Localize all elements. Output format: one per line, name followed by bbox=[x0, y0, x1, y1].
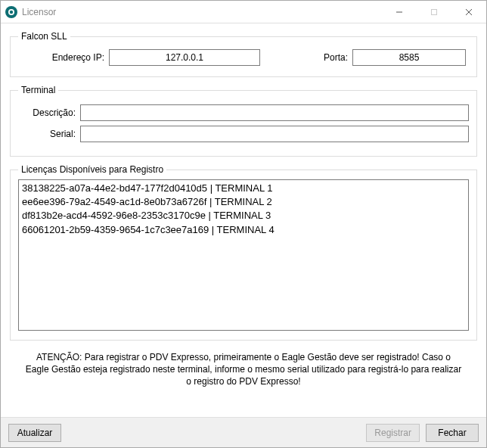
group-falcon: Falcon SLL Endereço IP: Porta: bbox=[10, 31, 477, 77]
input-descricao[interactable] bbox=[80, 104, 469, 121]
label-serial: Serial: bbox=[18, 129, 76, 139]
titlebar: Licensor bbox=[1, 1, 486, 23]
registrar-button: Registrar bbox=[366, 424, 420, 442]
maximize-button bbox=[417, 1, 451, 23]
client-area: Falcon SLL Endereço IP: Porta: Terminal … bbox=[1, 23, 486, 402]
svg-point-1 bbox=[10, 10, 13, 13]
window-title: Licensor bbox=[22, 7, 56, 17]
label-porta: Porta: bbox=[295, 52, 348, 63]
group-licencas-legend: Licenças Disponíveis para Registro bbox=[18, 164, 166, 175]
bottom-bar: Atualizar Registrar Fechar bbox=[1, 417, 486, 447]
label-descricao: Descrição: bbox=[18, 107, 76, 118]
close-button[interactable] bbox=[451, 1, 486, 23]
licenca-item[interactable]: 66061201-2b59-4359-9654-1c7c3ee7a169 | T… bbox=[22, 223, 465, 237]
licenca-item[interactable]: df813b2e-acd4-4592-96e8-2353c3170c9e | T… bbox=[22, 209, 465, 222]
minimize-button[interactable] bbox=[382, 1, 417, 23]
licenca-item[interactable]: ee6ee396-79a2-4549-ac1d-8e0b73a6726f | T… bbox=[22, 195, 465, 209]
group-terminal-legend: Terminal bbox=[18, 85, 58, 95]
attention-text: ATENÇÃO: Para registrar o PDV Expresso, … bbox=[10, 348, 477, 394]
input-ip[interactable] bbox=[109, 49, 260, 66]
app-icon bbox=[5, 6, 17, 18]
group-licencas: Licenças Disponíveis para Registro 38138… bbox=[10, 164, 477, 341]
fechar-button[interactable]: Fechar bbox=[426, 424, 479, 442]
group-terminal: Terminal Descrição: Serial: bbox=[10, 85, 477, 157]
licenca-item[interactable]: 38138225-a07a-44e2-bd47-177f2d0410d5 | T… bbox=[22, 182, 465, 195]
licencas-list[interactable]: 38138225-a07a-44e2-bd47-177f2d0410d5 | T… bbox=[18, 179, 469, 331]
input-porta[interactable] bbox=[352, 49, 466, 66]
atualizar-button[interactable]: Atualizar bbox=[8, 424, 61, 442]
input-serial[interactable] bbox=[80, 126, 469, 142]
svg-rect-3 bbox=[432, 9, 437, 14]
group-falcon-legend: Falcon SLL bbox=[18, 31, 70, 42]
label-ip: Endereço IP: bbox=[21, 52, 104, 63]
